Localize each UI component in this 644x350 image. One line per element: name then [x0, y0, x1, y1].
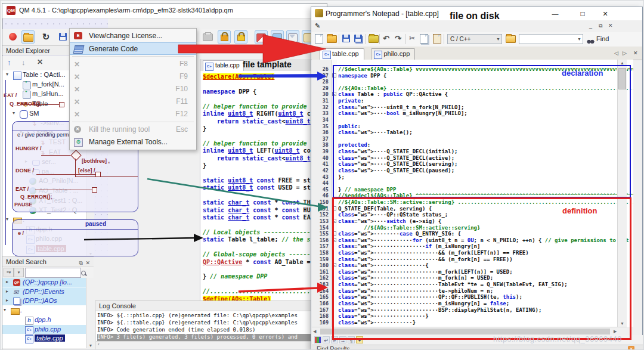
delete-icon[interactable]: ✕: [37, 58, 43, 66]
template-code-line[interactable]: [203, 266, 312, 273]
transition-label[interactable]: EAT /: [16, 186, 29, 192]
template-code-line[interactable]: }: [203, 125, 312, 132]
template-code-line[interactable]: return static_cast<uint8_t: [203, 155, 312, 162]
expand-icon[interactable]: ▸: [6, 289, 8, 294]
log-line[interactable]: INFO> ${.::philo.cpp} (re)generated file…: [97, 312, 327, 320]
close-find-results-icon[interactable]: ✕: [628, 346, 634, 350]
save-all-button[interactable]: [354, 34, 362, 45]
language-select[interactable]: C / C++▼: [447, 34, 502, 44]
find-label[interactable]: Find: [596, 35, 609, 42]
menu-item-f11[interactable]: ✕F11: [70, 95, 196, 108]
template-code-line[interactable]: static char_t const * const EA: [203, 214, 312, 221]
template-code-line[interactable]: [203, 192, 312, 199]
menu-item-f10[interactable]: ✕F10: [70, 83, 196, 95]
template-code-line[interactable]: [203, 169, 312, 176]
collapse-icon[interactable]: ▾: [6, 72, 8, 77]
wrap-icon[interactable]: ↵: [323, 336, 330, 343]
search-item-[interactable]: ▾.: [2, 306, 86, 315]
template-code-line[interactable]: namespace DPP {: [203, 88, 312, 95]
mdi-restore-icon[interactable]: ⧉: [599, 23, 602, 29]
events-view-button[interactable]: [286, 30, 299, 44]
diagram-view-button[interactable]: [271, 30, 284, 44]
menu-item-manage-external-tools[interactable]: ⚙Manage External Tools...: [70, 136, 196, 148]
print-button[interactable]: [201, 30, 214, 44]
search-item-dpp-events[interactable]: ▸✉(DPP::)Events: [2, 287, 86, 296]
search-input[interactable]: [25, 268, 81, 278]
new-model-button[interactable]: [6, 30, 19, 44]
template-code-line[interactable]: $declare(AOs::Table): [203, 73, 312, 80]
lock-button[interactable]: [218, 30, 231, 44]
paste-button[interactable]: [433, 34, 441, 46]
transition-label[interactable]: PAUSE: [14, 202, 32, 207]
template-code-line[interactable]: static uint8_t const USED = st: [203, 184, 312, 191]
template-code-line[interactable]: QP::QActive * const AO_Table =: [203, 259, 312, 266]
guard-label[interactable]: [bothfree] ,: [82, 158, 108, 164]
template-code-line[interactable]: [203, 95, 312, 103]
log-scrollbar[interactable]: ‹: [96, 341, 329, 349]
template-code-line[interactable]: [203, 80, 312, 88]
log-console-body[interactable]: INFO> ${.::philo.cpp} (re)generated file…: [96, 311, 327, 341]
template-code-line[interactable]: static char_t const * const TH: [203, 199, 312, 206]
mdi-close-icon[interactable]: ✕: [608, 23, 613, 29]
transition-label[interactable]: DONE /: [16, 168, 34, 174]
menu-item-view-change-license[interactable]: EView/change License...: [70, 30, 196, 42]
mdi-minimize-icon[interactable]: _: [589, 23, 592, 29]
move-up-icon[interactable]: ↑: [7, 58, 11, 67]
filter-options-button[interactable]: ▾: [14, 268, 24, 277]
save-model-button[interactable]: [56, 30, 69, 44]
state-paused[interactable]: paused e /: [12, 219, 108, 256]
menu-item-f9[interactable]: ✕F9: [70, 70, 196, 83]
close-file-button[interactable]: [369, 34, 379, 45]
template-code-line[interactable]: inline uint8_t LEFT(uint8_t co: [203, 147, 312, 154]
qm-titlebar[interactable]: QM QM 4.5.1 - C:\qp\qpcpp\examples\arm-c…: [2, 4, 327, 18]
template-code-line[interactable]: // Local objects -------------: [203, 229, 312, 236]
filter-button[interactable]: ≡▾: [4, 268, 14, 277]
template-code-line[interactable]: // Global-scope objects ------: [203, 251, 312, 258]
new-file-button[interactable]: [315, 34, 323, 46]
guard-label[interactable]: [else] /: [78, 168, 95, 174]
transition-label[interactable]: HUNGRY /: [16, 145, 42, 151]
undo-button[interactable]: ↶: [383, 34, 389, 43]
save-button[interactable]: [342, 34, 350, 45]
collapse-icon[interactable]: ▾: [6, 216, 8, 222]
choice-point[interactable]: [70, 150, 81, 160]
template-code-line[interactable]: [203, 244, 312, 251]
menu-item-kill-the-running-tool[interactable]: ✕Kill the running toolEsc: [70, 123, 196, 136]
template-code-line[interactable]: $define(AOs::Table): [203, 296, 312, 301]
menu-item-f12[interactable]: ✕F12: [70, 108, 196, 120]
open-model-button[interactable]: [21, 30, 35, 44]
search-item-table-cpp[interactable]: C+table.cpp: [2, 334, 86, 343]
tab-close-icon[interactable]: ✕: [633, 50, 638, 56]
log-line[interactable]: INFO> 3 file(s) generated, 3 file(s) pro…: [97, 334, 326, 341]
tab-table-cpp[interactable]: C+table.cpp: [320, 48, 364, 60]
color-scheme-icon[interactable]: [314, 336, 321, 343]
search-scrollbar[interactable]: ▼: [86, 278, 94, 348]
reload-button[interactable]: ↻: [39, 30, 52, 44]
minimize-button[interactable]: —: [549, 8, 562, 19]
project-button[interactable]: [506, 34, 516, 45]
expand-icon[interactable]: ▸: [6, 279, 8, 284]
menu-item-generate-code[interactable]: Generate CodeF7: [70, 42, 196, 55]
tab-prev-icon[interactable]: ◁: [614, 50, 618, 56]
log-line[interactable]: INFO> ${.::table.cpp} (re)generated file…: [97, 320, 327, 327]
move-down-icon[interactable]: ↓: [21, 58, 26, 67]
template-code-line[interactable]: [203, 221, 312, 228]
find-button[interactable]: [587, 36, 595, 47]
state-title[interactable]: paused: [85, 221, 106, 227]
template-code-line[interactable]: } // namespace DPP: [203, 273, 312, 280]
template-code-line[interactable]: static char_t const * const HU: [203, 207, 312, 214]
expand-icon[interactable]: ▸: [6, 298, 8, 303]
template-code-line[interactable]: inline uint8_t RIGHT(uint8_t c: [203, 110, 312, 117]
tab-next-icon[interactable]: ▷: [623, 50, 627, 56]
collapse-icon[interactable]: ▾: [13, 110, 15, 116]
search-item-philo-cpp[interactable]: C+philo.cpp: [2, 325, 86, 334]
search-item-dpp-h[interactable]: hdpp.h: [2, 315, 86, 324]
tab-philo-cpp[interactable]: C+philo.cpp: [371, 48, 415, 60]
template-code-area[interactable]: $declare(AOs::Table)namespace DPP {// he…: [200, 71, 312, 301]
scroll-left-icon[interactable]: ◀: [313, 329, 316, 334]
template-code-line[interactable]: //............................: [203, 288, 312, 295]
scroll-up-icon[interactable]: ▲: [618, 61, 627, 65]
template-code-line[interactable]: // helper function to provide: [203, 103, 312, 110]
collapse-icon[interactable]: ▾: [4, 307, 6, 312]
template-code-line[interactable]: return static_cast<uint8_t: [203, 118, 312, 125]
